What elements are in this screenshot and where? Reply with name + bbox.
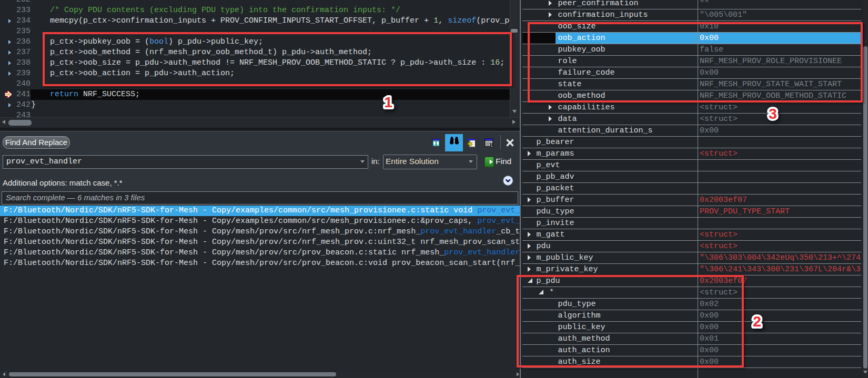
svg-text:2: 2 [753, 313, 761, 330]
svg-text:1: 1 [491, 144, 493, 147]
svg-text:1: 1 [384, 94, 392, 110]
svg-text:3: 3 [769, 106, 777, 122]
